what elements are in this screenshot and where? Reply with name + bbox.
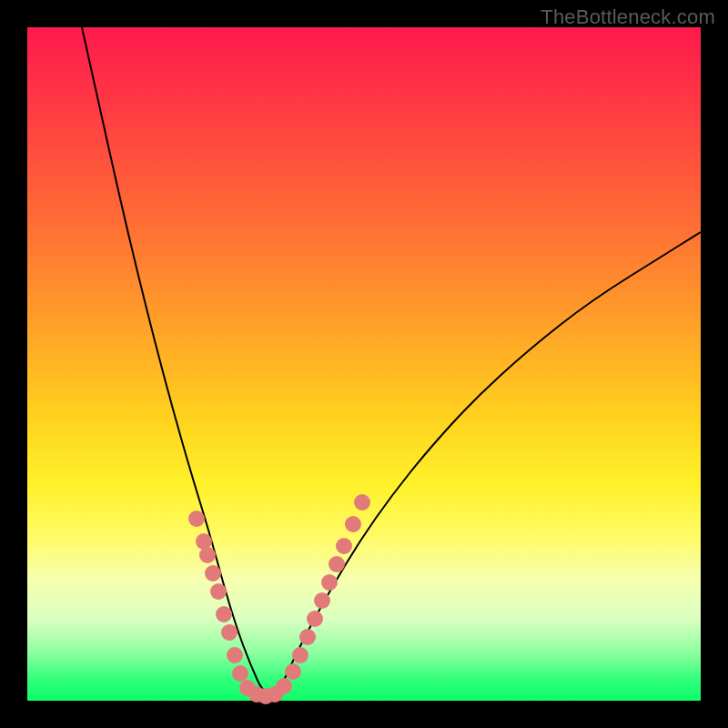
highlight-dot (227, 647, 243, 663)
highlight-dot (292, 647, 308, 663)
highlight-dot (336, 538, 352, 554)
highlight-dot (276, 678, 292, 694)
highlight-dot (221, 624, 238, 641)
highlight-dot (232, 665, 248, 682)
highlight-dot (188, 511, 205, 527)
highlight-dot (285, 663, 301, 680)
highlight-dot (216, 606, 232, 622)
highlight-dot (210, 583, 227, 600)
highlight-dot (205, 565, 221, 581)
highlight-dot (299, 629, 316, 645)
highlight-dot (314, 592, 330, 609)
plot-area (27, 27, 701, 701)
highlight-dot (354, 494, 370, 511)
highlight-dot (345, 516, 361, 532)
highlight-dot (307, 611, 323, 627)
curve-layer (27, 27, 701, 701)
highlight-dot (321, 574, 338, 591)
watermark-text: TheBottleneck.com (541, 5, 715, 29)
bottleneck-curve (82, 27, 701, 694)
chart-frame: TheBottleneck.com (0, 0, 728, 728)
highlight-dot (329, 556, 345, 572)
highlight-dots (188, 494, 370, 704)
highlight-dot (199, 547, 216, 563)
